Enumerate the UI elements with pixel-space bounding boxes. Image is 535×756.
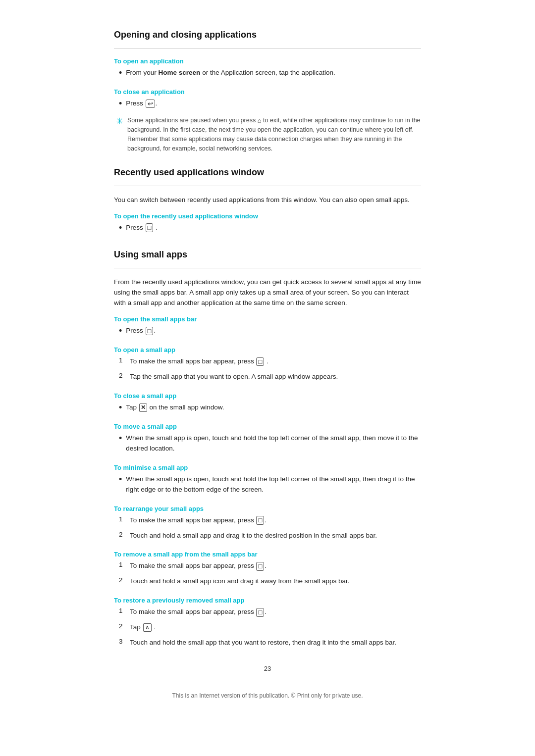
bullet-close-small: • Tap ✕ on the small app window. — [114, 403, 421, 416]
section-heading-small-apps: Using small apps — [114, 250, 421, 260]
num-rs3: 3 — [119, 638, 126, 645]
back-icon: ↩ — [146, 100, 155, 108]
numbered-restore-3-text: Touch and hold the small app that you wa… — [130, 638, 396, 648]
numbered-rearrange-1-text: To make the small apps bar appear, press… — [130, 515, 267, 526]
section-divider — [114, 48, 421, 49]
bullet-open-app: • From your Home screen or the Applicati… — [114, 68, 421, 81]
cyan-heading-open-app: To open an application — [114, 57, 421, 65]
small-apps-intro: From the recently used applications wind… — [114, 277, 421, 308]
numbered-open-small-1: 1 To make the small apps bar appear, pre… — [114, 356, 421, 370]
section-open-close: Opening and closing applications To open… — [114, 30, 421, 153]
numbered-restore-3: 3 Touch and hold the small app that you … — [114, 638, 421, 651]
bullet-open-bar: • Press □. — [114, 326, 421, 339]
recents-icon-6: □ — [256, 608, 264, 617]
num-1: 1 — [119, 356, 126, 364]
num-rm2: 2 — [119, 576, 126, 584]
bullet-open-app-text: From your Home screen or the Application… — [126, 68, 335, 78]
recents-icon-3: □ — [256, 357, 264, 366]
numbered-rearrange-2: 2 Touch and hold a small app and drag it… — [114, 531, 421, 544]
numbered-remove-2-text: Touch and hold a small app icon and drag… — [130, 576, 350, 587]
section-heading-open-close: Opening and closing applications — [114, 30, 421, 40]
bullet-open-bar-text: Press □. — [126, 326, 156, 336]
section-heading-recently-used: Recently used applications window — [114, 167, 421, 178]
numbered-remove-1-text: To make the small apps bar appear, press… — [130, 561, 267, 571]
bullet-open-recently: • Press □ . — [114, 223, 421, 236]
num-rm1: 1 — [119, 561, 126, 568]
cyan-heading-move-small: To move a small app — [114, 423, 421, 430]
num-rs2: 2 — [119, 622, 126, 630]
close-x-icon: ✕ — [139, 403, 147, 411]
recents-icon-2: □ — [146, 327, 154, 336]
tip-box-close-app: ✳ Some applications are paused when you … — [114, 116, 421, 153]
bullet-dot-2: • — [119, 99, 122, 109]
num-rs1: 1 — [119, 607, 126, 614]
bullet-minimise-small: • When the small app is open, touch and … — [114, 474, 421, 498]
section-divider-3 — [114, 268, 421, 268]
bullet-open-recently-text: Press □ . — [126, 223, 158, 233]
numbered-restore-2: 2 Tap ∧ . — [114, 622, 421, 636]
bullet-dot-3: • — [119, 223, 122, 234]
bullet-close-small-text: Tap ✕ on the small app window. — [126, 403, 224, 413]
bullet-dot: • — [119, 68, 122, 79]
tip-sun-icon: ✳ — [116, 116, 123, 127]
bullet-minimise-small-text: When the small app is open, touch and ho… — [126, 474, 421, 495]
num-r2: 2 — [119, 531, 126, 538]
numbered-remove-2: 2 Touch and hold a small app icon and dr… — [114, 576, 421, 590]
numbered-rearrange-2-text: Touch and hold a small app and drag it t… — [130, 531, 377, 541]
num-2: 2 — [119, 372, 126, 379]
cyan-heading-rearrange: To rearrange your small apps — [114, 505, 421, 512]
cyan-heading-close-app: To close an application — [114, 88, 421, 96]
bullet-close-app: • Press ↩. — [114, 99, 421, 112]
section-divider-2 — [114, 186, 421, 186]
cyan-heading-open-small: To open a small app — [114, 346, 421, 353]
recents-icon: □ — [146, 223, 154, 232]
arrow-up-icon: ∧ — [143, 623, 152, 631]
bullet-dot-5: • — [119, 403, 122, 413]
numbered-restore-1-text: To make the small apps bar appear, press… — [130, 607, 267, 617]
cyan-heading-open-bar: To open the small apps bar — [114, 315, 421, 323]
cyan-heading-remove: To remove a small app from the small app… — [114, 551, 421, 558]
bullet-dot-6: • — [119, 433, 122, 444]
numbered-rearrange-1: 1 To make the small apps bar appear, pre… — [114, 515, 421, 529]
numbered-open-small-1-text: To make the small apps bar appear, press… — [130, 356, 268, 367]
recently-used-intro: You can switch between recently used app… — [114, 195, 421, 205]
numbered-restore-2-text: Tap ∧ . — [130, 622, 156, 633]
bullet-dot-7: • — [119, 474, 122, 485]
bullet-move-small: • When the small app is open, touch and … — [114, 433, 421, 457]
numbered-open-small-2: 2 Tap the small app that you want to ope… — [114, 372, 421, 385]
num-r1: 1 — [119, 515, 126, 523]
bullet-move-small-text: When the small app is open, touch and ho… — [126, 433, 421, 454]
tip-text-close-app: Some applications are paused when you pr… — [127, 116, 421, 153]
page-footer: This is an Internet version of this publ… — [114, 692, 421, 699]
section-small-apps: Using small apps From the recently used … — [114, 250, 421, 651]
recents-icon-5: □ — [256, 562, 264, 571]
recents-icon-4: □ — [256, 516, 264, 525]
cyan-heading-minimise-small: To minimise a small app — [114, 464, 421, 471]
numbered-remove-1: 1 To make the small apps bar appear, pre… — [114, 561, 421, 574]
bullet-dot-4: • — [119, 326, 122, 337]
cyan-heading-open-recently: To open the recently used applications w… — [114, 212, 421, 220]
numbered-restore-1: 1 To make the small apps bar appear, pre… — [114, 607, 421, 620]
numbered-open-small-2-text: Tap the small app that you want to open.… — [130, 372, 338, 382]
cyan-heading-close-small: To close a small app — [114, 392, 421, 400]
section-recently-used: Recently used applications window You ca… — [114, 167, 421, 236]
page-content: Opening and closing applications To open… — [94, 0, 441, 739]
cyan-heading-restore: To restore a previously removed small ap… — [114, 597, 421, 604]
bullet-close-app-text: Press ↩. — [126, 99, 157, 109]
page-number: 23 — [114, 665, 421, 672]
